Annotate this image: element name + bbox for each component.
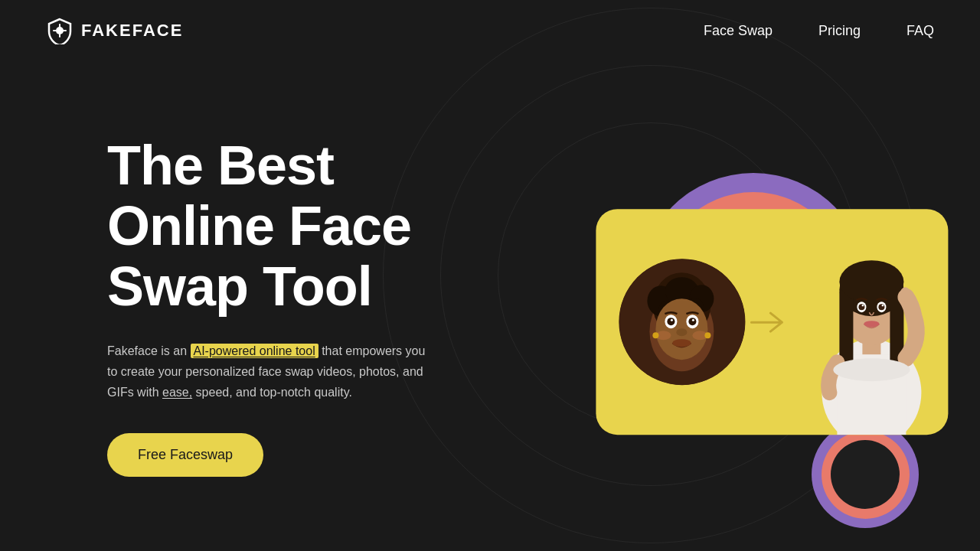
desc-end: speed, and top-notch quality.: [192, 386, 352, 399]
nav-pricing[interactable]: Pricing: [818, 23, 861, 39]
bottom-inner-ring: [831, 440, 900, 509]
svg-point-31: [858, 304, 864, 310]
svg-point-20: [652, 332, 658, 338]
desc-before: Fakeface is an: [107, 344, 191, 357]
svg-point-15: [692, 319, 694, 321]
hero-title: The Best Online Face Swap Tool: [107, 135, 505, 318]
svg-point-36: [864, 321, 879, 327]
nav-links: Face Swap Pricing FAQ: [704, 23, 934, 39]
svg-point-35: [882, 305, 884, 306]
hero-text-section: The Best Online Face Swap Tool Fakeface …: [107, 135, 536, 477]
svg-point-21: [704, 332, 710, 338]
svg-point-14: [688, 318, 696, 325]
nav-faq[interactable]: FAQ: [906, 23, 934, 39]
svg-point-37: [900, 287, 910, 302]
svg-point-11: [667, 318, 675, 325]
bottom-middle-ring: [822, 431, 910, 519]
hero-card: [596, 209, 948, 435]
shield-icon: [46, 17, 74, 44]
svg-point-12: [671, 319, 673, 321]
navbar: FAKEFACE Face Swap Pricing FAQ: [0, 0, 980, 61]
hero-visual-section: [536, 61, 980, 551]
woman-svg: [795, 209, 948, 435]
svg-point-16: [676, 328, 687, 336]
face-circle: [619, 259, 745, 385]
nav-face-swap[interactable]: Face Swap: [704, 23, 773, 39]
brand-name: FAKEFACE: [81, 21, 183, 41]
cta-button[interactable]: Free Faceswap: [107, 433, 263, 477]
bottom-rings: [812, 421, 919, 528]
bottom-outer-ring: [812, 421, 919, 528]
svg-point-34: [878, 304, 884, 310]
hero-description: Fakeface is an AI-powered online tool th…: [107, 341, 429, 403]
svg-point-29: [839, 260, 903, 303]
arrow-area: [745, 307, 795, 337]
desc-highlight1: AI-powered online tool: [191, 344, 318, 358]
woman-figure: [795, 209, 948, 435]
arrow-icon: [747, 307, 793, 337]
hero-title-line1: The Best: [107, 135, 334, 196]
svg-point-38: [833, 358, 910, 381]
dark-face-svg: [619, 259, 745, 385]
logo[interactable]: FAKEFACE: [46, 17, 183, 44]
hero-title-line2: Online Face: [107, 195, 411, 256]
svg-point-17: [672, 339, 691, 347]
svg-point-32: [862, 305, 864, 306]
desc-highlight2: ease,: [162, 386, 192, 399]
hero-title-line3: Swap Tool: [107, 256, 372, 317]
main-content: The Best Online Face Swap Tool Fakeface …: [0, 61, 980, 551]
